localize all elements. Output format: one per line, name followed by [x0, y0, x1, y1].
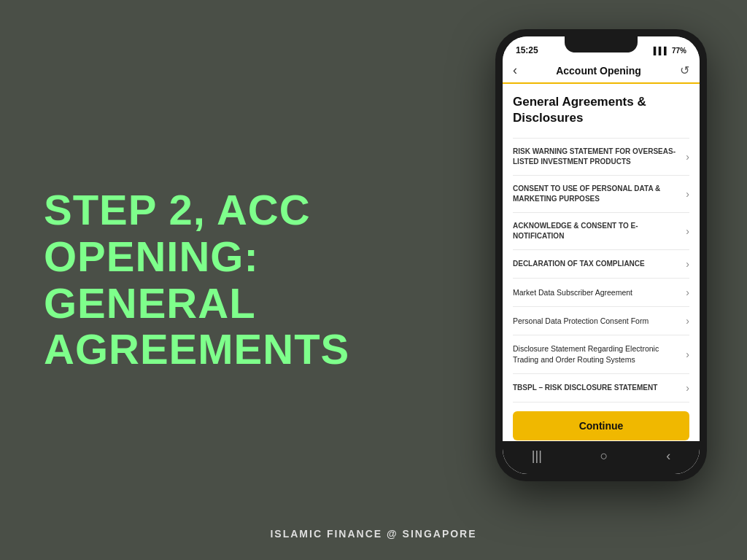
phone-outer: 15:25 ▌▌▌ 77% ‹ Account Opening ↺ Genera…: [495, 29, 707, 481]
phone-notch: [565, 36, 638, 52]
phone-screen: 15:25 ▌▌▌ 77% ‹ Account Opening ↺ Genera…: [503, 36, 700, 474]
bottom-nav: ||| ○ ‹: [503, 441, 700, 474]
list-item[interactable]: Personal Data Protection Consent Form ›: [513, 306, 689, 335]
chevron-icon: ›: [686, 188, 689, 200]
chevron-icon: ›: [686, 225, 689, 237]
back-nav-icon[interactable]: |||: [532, 448, 542, 464]
nav-bar: ‹ Account Opening ↺: [503, 58, 700, 84]
chevron-icon: ›: [686, 287, 689, 298]
continue-button[interactable]: Continue: [513, 411, 689, 440]
list-item[interactable]: CONSENT TO USE OF PERSONAL DATA & MARKET…: [513, 175, 689, 212]
back-button[interactable]: ‹: [513, 63, 517, 78]
list-item[interactable]: ACKNOWLEDGE & CONSENT TO E-NOTIFICATION …: [513, 212, 689, 249]
screen-content: General Agreements &Disclosures RISK WAR…: [503, 84, 700, 441]
left-content: STEP 2, ACC OPENING:GENERAL AGREEMENTS: [44, 187, 394, 373]
bottom-credit: ISLAMIC FINANCE @ SINGAPORE: [270, 528, 476, 540]
nav-title: Account Opening: [556, 65, 641, 77]
list-item[interactable]: TBSPL – RISK DISCLOSURE STATEMENT ›: [513, 373, 689, 402]
main-heading: STEP 2, ACC OPENING:GENERAL AGREEMENTS: [44, 187, 394, 373]
chevron-icon: ›: [686, 382, 689, 394]
chevron-icon: ›: [686, 349, 689, 360]
section-title: General Agreements &Disclosures: [513, 94, 689, 126]
status-icons: ▌▌▌ 77%: [654, 47, 686, 55]
list-item[interactable]: DECLARATION OF TAX COMPLIANCE ›: [513, 249, 689, 278]
phone: 15:25 ▌▌▌ 77% ‹ Account Opening ↺ Genera…: [495, 29, 707, 481]
list-item[interactable]: Disclosure Statement Regarding Electroni…: [513, 335, 689, 373]
chevron-icon: ›: [686, 258, 689, 270]
list-item[interactable]: Market Data Subscriber Agreement ›: [513, 278, 689, 306]
recent-nav-icon[interactable]: ‹: [666, 448, 670, 464]
status-time: 15:25: [516, 45, 538, 55]
battery-icon: 77%: [672, 47, 686, 55]
list-item[interactable]: RISK WARNING STATEMENT FOR OVERSEAS-LIST…: [513, 138, 689, 175]
chevron-icon: ›: [686, 151, 689, 163]
refresh-icon[interactable]: ↺: [680, 63, 689, 77]
home-nav-icon[interactable]: ○: [600, 448, 608, 464]
chevron-icon: ›: [686, 315, 689, 327]
signal-icon: ▌▌▌: [654, 47, 669, 55]
